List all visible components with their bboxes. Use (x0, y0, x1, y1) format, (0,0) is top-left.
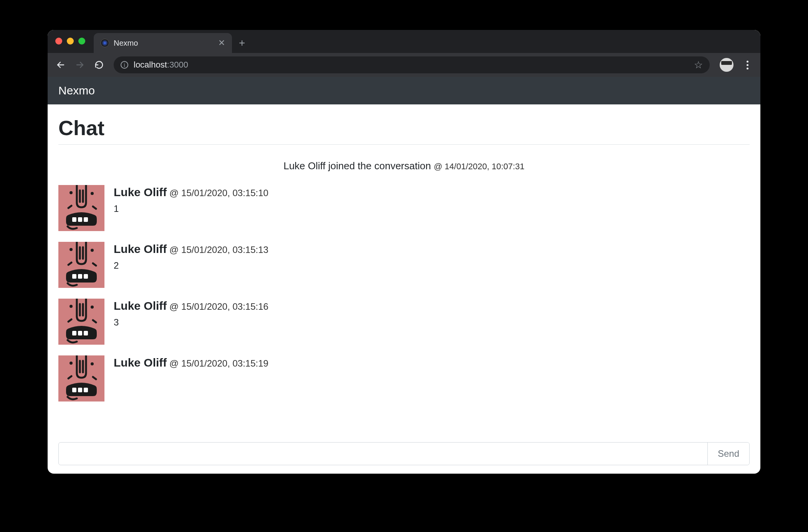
composer: Send (58, 442, 750, 465)
message-body: Luke Oliff @ 15/01/2020, 03:15:132 (114, 242, 268, 271)
browser-window: Nexmo ✕ + i localhost:3000 ☆ Nexmo (48, 30, 760, 474)
svg-rect-10 (78, 217, 82, 222)
message-row: Luke Oliff @ 15/01/2020, 03:15:19 (58, 355, 750, 401)
svg-point-25 (71, 306, 72, 307)
message-text: 2 (114, 260, 268, 271)
message-avatar (58, 355, 104, 401)
svg-rect-11 (84, 217, 88, 222)
url-text: localhost:3000 (134, 60, 188, 70)
browser-menu-button[interactable] (740, 61, 755, 69)
message-avatar (58, 242, 104, 288)
message-header: Luke Oliff @ 15/01/2020, 03:15:13 (114, 243, 268, 256)
message-at: @ (167, 245, 181, 255)
tab-favicon-icon (101, 39, 109, 47)
message-author: Luke Oliff (114, 186, 167, 198)
arrow-left-icon (56, 60, 65, 69)
message-body: Luke Oliff @ 15/01/2020, 03:15:19 (114, 355, 268, 374)
close-tab-button[interactable]: ✕ (218, 39, 225, 47)
svg-point-6 (92, 193, 93, 194)
toolbar: i localhost:3000 ☆ (48, 53, 760, 77)
join-action: joined the conversation (326, 160, 434, 172)
svg-point-16 (92, 250, 93, 251)
arrow-right-icon (75, 60, 84, 69)
message-timestamp: 15/01/2020, 03:15:16 (181, 301, 268, 312)
svg-point-5 (71, 192, 72, 193)
message-avatar (58, 299, 104, 345)
message-body: Luke Oliff @ 15/01/2020, 03:15:163 (114, 299, 268, 328)
window-fullscreen-button[interactable] (78, 38, 85, 45)
svg-rect-19 (72, 274, 76, 279)
message-row: Luke Oliff @ 15/01/2020, 03:15:132 (58, 242, 750, 288)
message-timestamp: 15/01/2020, 03:15:19 (181, 358, 268, 368)
join-notice: Luke Oliff joined the conversation @ 14/… (58, 160, 750, 172)
browser-tab[interactable]: Nexmo ✕ (94, 33, 232, 53)
message-row: Luke Oliff @ 15/01/2020, 03:15:101 (58, 185, 750, 231)
bookmark-star-icon[interactable]: ☆ (694, 59, 703, 71)
message-timestamp: 15/01/2020, 03:15:10 (181, 188, 268, 198)
message-text: 3 (114, 317, 268, 328)
new-tab-button[interactable]: + (232, 37, 252, 53)
app-brand[interactable]: Nexmo (58, 84, 95, 97)
message-body: Luke Oliff @ 15/01/2020, 03:15:101 (114, 185, 268, 214)
message-at: @ (167, 358, 181, 368)
url-host: localhost (134, 60, 167, 69)
svg-rect-20 (78, 274, 82, 279)
svg-rect-30 (78, 331, 82, 335)
svg-rect-9 (72, 217, 76, 222)
svg-point-15 (71, 249, 72, 250)
title-bar: Nexmo ✕ + (48, 30, 760, 53)
page-title: Chat (58, 116, 750, 145)
message-author: Luke Oliff (114, 243, 167, 255)
message-text: 1 (114, 203, 268, 214)
svg-rect-31 (84, 331, 88, 335)
url-port: :3000 (167, 60, 188, 69)
message-row: Luke Oliff @ 15/01/2020, 03:15:163 (58, 299, 750, 345)
tab-title: Nexmo (114, 39, 214, 48)
app-header: Nexmo (48, 77, 760, 104)
message-header: Luke Oliff @ 15/01/2020, 03:15:10 (114, 186, 268, 199)
svg-point-36 (92, 363, 93, 365)
site-info-icon[interactable]: i (121, 61, 128, 69)
svg-point-35 (71, 363, 72, 364)
message-avatar (58, 185, 104, 231)
message-author: Luke Oliff (114, 299, 167, 312)
svg-rect-21 (84, 274, 88, 279)
send-button[interactable]: Send (707, 443, 749, 465)
join-at-symbol: @ (434, 162, 444, 171)
svg-rect-29 (72, 331, 76, 335)
messages-list: Luke Oliff @ 15/01/2020, 03:15:101 Luke … (58, 185, 750, 401)
svg-point-26 (92, 307, 93, 308)
message-at: @ (167, 301, 181, 312)
message-header: Luke Oliff @ 15/01/2020, 03:15:16 (114, 299, 268, 312)
forward-button[interactable] (72, 57, 88, 73)
reload-button[interactable] (91, 57, 107, 73)
join-user: Luke Oliff (283, 160, 325, 172)
join-timestamp: 14/01/2020, 10:07:31 (445, 162, 525, 171)
profile-avatar[interactable] (720, 58, 733, 72)
window-close-button[interactable] (55, 38, 62, 45)
address-bar[interactable]: i localhost:3000 ☆ (114, 56, 710, 73)
message-input[interactable] (59, 443, 707, 465)
message-header: Luke Oliff @ 15/01/2020, 03:15:19 (114, 356, 268, 369)
svg-rect-39 (72, 388, 76, 392)
svg-rect-41 (84, 388, 88, 392)
message-timestamp: 15/01/2020, 03:15:13 (181, 245, 268, 255)
message-author: Luke Oliff (114, 356, 167, 369)
window-minimize-button[interactable] (67, 38, 74, 45)
svg-rect-40 (78, 388, 82, 392)
back-button[interactable] (53, 57, 68, 73)
menu-dots-icon (747, 61, 748, 63)
content-area: Chat Luke Oliff joined the conversation … (48, 104, 760, 474)
reload-icon (94, 60, 104, 69)
message-at: @ (167, 188, 181, 198)
window-controls (55, 38, 85, 45)
